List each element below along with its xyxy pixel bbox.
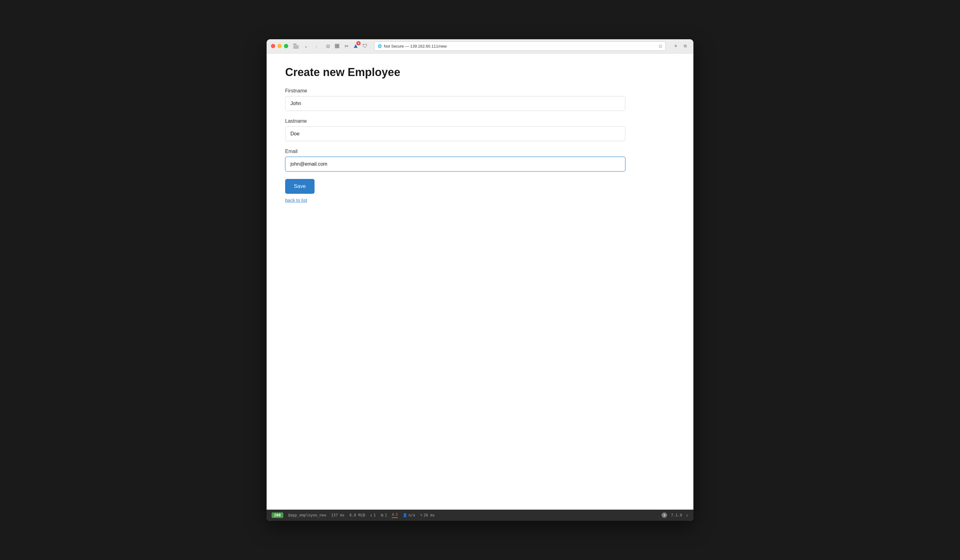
traffic-lights — [271, 44, 288, 48]
db-icon: ↕ — [370, 513, 372, 517]
minimize-button[interactable] — [277, 44, 282, 48]
requests-count: ⧉ 1 — [381, 513, 387, 517]
maximize-button[interactable] — [284, 44, 288, 48]
translations-icon: A — [392, 512, 394, 517]
address-bar[interactable]: 🌐 Not Secure — 139.162.60.111/new ⊡ — [374, 41, 666, 51]
lastname-label: Lastname — [285, 118, 675, 124]
firstname-label: Firstname — [285, 88, 675, 94]
php-icon: ⌥ — [420, 513, 422, 517]
settings-icon[interactable]: ⊙ — [324, 42, 331, 50]
sidebar-toggle-button[interactable] — [293, 44, 299, 48]
translations-count: A 3 — [392, 512, 397, 518]
title-bar-actions: + ⧉ — [672, 42, 689, 50]
page-title: Create new Employee — [285, 66, 675, 79]
tabs-overview-button[interactable]: ⧉ — [681, 42, 689, 50]
url-text: Not Secure — 139.162.60.111/new — [384, 44, 446, 48]
response-time: 137 ms — [331, 513, 344, 517]
memory-usage: 6.0 MiB — [349, 513, 365, 517]
symfony-logo: S — [662, 512, 667, 518]
new-tab-button[interactable]: + — [672, 42, 680, 50]
monitor-icon: ⊡ — [659, 44, 662, 48]
svg-rect-0 — [335, 44, 337, 46]
notifications-icon[interactable]: 5 — [352, 42, 359, 50]
chevron-down-icon[interactable]: ⌄ — [302, 42, 310, 50]
http-status-badge: 200 — [272, 512, 283, 518]
user-icon: 👤 — [403, 513, 407, 517]
requests-icon: ⧉ — [381, 513, 384, 517]
lock-icon: 🌐 — [378, 44, 382, 48]
svg-rect-2 — [335, 46, 337, 48]
save-button[interactable]: Save — [285, 179, 315, 194]
email-group: Email — [285, 148, 675, 172]
lastname-group: Lastname — [285, 118, 675, 141]
title-bar: ⌄ ‹ ⊙ ✂ 5 🛡 🌐 Not S — [267, 39, 693, 53]
extensions-icon[interactable] — [333, 42, 341, 50]
close-button[interactable] — [271, 44, 275, 48]
svg-rect-1 — [338, 44, 339, 46]
shield-icon[interactable]: 🛡 — [361, 42, 369, 50]
php-time: ⌥ 26 ms — [420, 513, 435, 517]
db-queries: ↕ 1 — [370, 513, 376, 517]
back-to-list-link[interactable]: back to list — [285, 198, 675, 203]
status-bar-close-button[interactable]: ✕ — [686, 513, 688, 518]
notification-badge: 5 — [356, 41, 361, 45]
sf-version: 7.1.9 — [671, 513, 682, 517]
toolbar-icons: ⊙ ✂ 5 🛡 — [324, 42, 369, 50]
browser-window: ⌄ ‹ ⊙ ✂ 5 🛡 🌐 Not S — [267, 39, 693, 521]
status-right: S 7.1.9 ✕ — [662, 512, 688, 518]
firstname-group: Firstname — [285, 88, 675, 111]
email-label: Email — [285, 148, 675, 154]
route-name: @app_employee_new — [288, 513, 326, 517]
page-content: Create new Employee Firstname Lastname E… — [267, 53, 693, 510]
svg-rect-3 — [338, 46, 339, 48]
email-input[interactable] — [285, 157, 626, 172]
user-info: 👤 n/a — [403, 513, 415, 517]
lastname-input[interactable] — [285, 126, 626, 141]
back-nav-button[interactable]: ‹ — [312, 42, 320, 50]
status-bar: 200 @app_employee_new 137 ms 6.0 MiB ↕ 1… — [267, 510, 693, 521]
scissors-icon[interactable]: ✂ — [343, 42, 350, 50]
firstname-input[interactable] — [285, 96, 626, 111]
